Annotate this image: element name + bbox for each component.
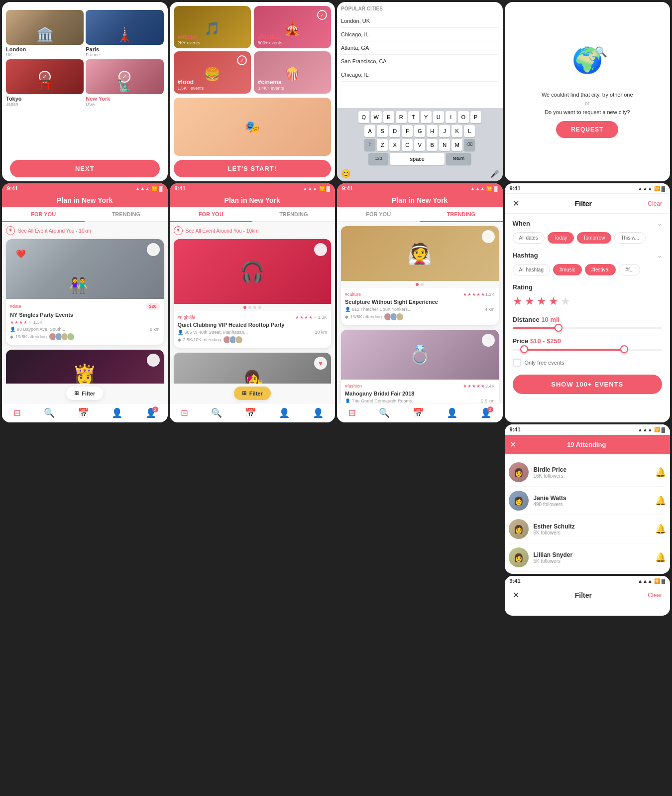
key-space[interactable]: space	[390, 153, 445, 165]
heart-button-wonder[interactable]: ♡	[147, 354, 160, 367]
bell-button-janie[interactable]: 🔔	[655, 495, 666, 506]
nav-calendar[interactable]: 📅	[78, 407, 89, 418]
nav-profile-2[interactable]: 👤	[279, 407, 290, 418]
key-s[interactable]: S	[377, 125, 388, 137]
hashtag-pill-festival[interactable]: #festival	[585, 264, 616, 275]
attending-back-button[interactable]: ✕	[510, 440, 516, 449]
heart-button-bottled-art[interactable]: ♥	[314, 357, 327, 370]
key-shift[interactable]: ⇧	[364, 139, 375, 151]
key-o[interactable]: O	[458, 111, 469, 123]
rating-star-1[interactable]: ★	[513, 295, 523, 308]
price-thumb-min[interactable]	[520, 345, 528, 353]
date-pill-tomorrow[interactable]: Tomorrow	[577, 232, 612, 244]
key-r[interactable]: R	[396, 111, 407, 123]
key-backspace[interactable]: ⌫	[464, 139, 475, 151]
city-card-tokyo[interactable]: ✓ ⛩️	[6, 59, 84, 94]
distance-thumb[interactable]	[555, 324, 562, 332]
key-z[interactable]: Z	[377, 139, 388, 151]
key-a[interactable]: A	[364, 125, 375, 137]
when-chevron[interactable]: ⌄	[657, 220, 662, 227]
key-e[interactable]: E	[383, 111, 394, 123]
key-h[interactable]: H	[427, 125, 438, 137]
price-thumb-max[interactable]	[620, 345, 628, 353]
nav-home-2[interactable]: ⊟	[181, 407, 188, 418]
hashtag-pill-music[interactable]: #music	[553, 264, 582, 275]
rating-star-2[interactable]: ★	[525, 295, 535, 308]
partial-close-button[interactable]: ✕	[513, 590, 519, 600]
emoji-icon[interactable]: 😊	[341, 169, 351, 178]
key-w[interactable]: W	[371, 111, 382, 123]
nav-search-2[interactable]: 🔍	[211, 407, 222, 418]
date-pill-all[interactable]: All dates	[513, 232, 545, 244]
key-u[interactable]: U	[433, 111, 444, 123]
heart-button-clubbing[interactable]: ♡	[314, 243, 327, 256]
hashtag-chevron[interactable]: ⌄	[657, 252, 662, 259]
bell-button-esther[interactable]: 🔔	[655, 524, 666, 534]
bell-button-birdie[interactable]: 🔔	[655, 467, 666, 478]
tab-trending-1[interactable]: TRENDING	[85, 207, 167, 221]
key-y[interactable]: Y	[421, 111, 432, 123]
filter-clear-button[interactable]: Clear	[648, 200, 662, 207]
only-free-checkbox[interactable]	[513, 359, 521, 367]
show-events-button[interactable]: SHOW 100+ EVENTS	[513, 375, 663, 394]
key-q[interactable]: Q	[358, 111, 369, 123]
nav-search[interactable]: 🔍	[44, 407, 55, 418]
tab-trending-2[interactable]: TRENDING	[252, 207, 335, 221]
filter-button-1[interactable]: ⊞ Filter	[66, 387, 103, 400]
next-button[interactable]: NEXT	[10, 160, 160, 177]
city-card-newyork[interactable]: ✓ 🗽	[86, 59, 163, 94]
rating-star-5[interactable]: ★	[560, 295, 570, 308]
key-x[interactable]: X	[389, 139, 400, 151]
city-list-item[interactable]: Chicago, IL	[341, 68, 499, 82]
city-card-paris[interactable]: 🗼	[86, 10, 163, 45]
city-list-item[interactable]: Chicago, IL	[341, 28, 499, 41]
distance-slider[interactable]	[513, 327, 663, 329]
nav-notifications[interactable]: 👤 2	[145, 407, 156, 418]
hashtag-card-cinema[interactable]: 🍿 #cinema 3.4K+ events	[254, 51, 331, 94]
hashtag-card-festival[interactable]: ✓ 🎪 #festival 800+ events	[254, 6, 331, 48]
nav-profile[interactable]: 👤	[112, 407, 122, 418]
heart-button-ny-singles[interactable]: ♡	[147, 243, 160, 256]
filter-close-button[interactable]: ✕	[513, 199, 519, 208]
bell-button-lillian[interactable]: 🔔	[655, 552, 666, 563]
key-v[interactable]: V	[414, 139, 425, 151]
partial-clear-button[interactable]: Clear	[648, 592, 662, 599]
key-l[interactable]: L	[464, 125, 475, 137]
nav-home[interactable]: ⊟	[13, 407, 21, 418]
hashtag-card-music[interactable]: 🎵 #music 2K+ events	[174, 6, 251, 48]
date-pill-week[interactable]: This w...	[614, 232, 646, 244]
city-card-london[interactable]: 🏛️	[6, 10, 84, 45]
key-return[interactable]: return	[446, 153, 471, 165]
lets-start-button[interactable]: LET'S START!	[174, 160, 332, 177]
mic-icon[interactable]: 🎤	[490, 170, 499, 178]
tab-for-you-3[interactable]: FOR YOU	[337, 207, 420, 221]
see-all-row[interactable]: 📍 See All Event Around You - 10km	[6, 226, 164, 235]
price-slider[interactable]	[513, 349, 663, 351]
filter-button-2[interactable]: ⊞ Filter	[234, 387, 271, 400]
key-n[interactable]: N	[439, 139, 450, 151]
nav-calendar-2[interactable]: 📅	[245, 407, 256, 418]
heart-button-sculpture[interactable]: ♡	[482, 230, 495, 243]
nav-notifications-2[interactable]: 👤	[313, 407, 324, 418]
tab-for-you-1[interactable]: FOR YOU	[2, 207, 85, 222]
city-list-item[interactable]: London, UK	[341, 14, 499, 28]
key-g[interactable]: G	[414, 125, 425, 137]
hashtag-card-food[interactable]: ✓ 🍔 #food 1.5K+ events	[174, 51, 251, 94]
key-k[interactable]: K	[451, 125, 462, 137]
key-123[interactable]: 123	[368, 153, 388, 165]
nav-notifications-3[interactable]: 👤 2	[480, 407, 491, 418]
date-pill-today[interactable]: Today	[548, 232, 574, 244]
rating-star-4[interactable]: ★	[549, 295, 559, 308]
request-button[interactable]: REQUEST	[556, 121, 618, 138]
nav-home-3[interactable]: ⊟	[348, 407, 356, 418]
key-d[interactable]: D	[389, 125, 400, 137]
key-m[interactable]: M	[451, 139, 462, 151]
heart-button-bridal[interactable]: ♡	[482, 334, 495, 347]
city-list-item[interactable]: San Francisco, CA	[341, 55, 499, 68]
only-free-row[interactable]: Only free events	[513, 359, 663, 367]
hashtag-pill-more[interactable]: #f...	[619, 264, 640, 275]
tab-trending-3[interactable]: TRENDING	[420, 207, 502, 222]
nav-search-3[interactable]: 🔍	[379, 407, 390, 418]
tab-for-you-2[interactable]: FOR YOU	[170, 207, 252, 222]
key-j[interactable]: J	[439, 125, 450, 137]
